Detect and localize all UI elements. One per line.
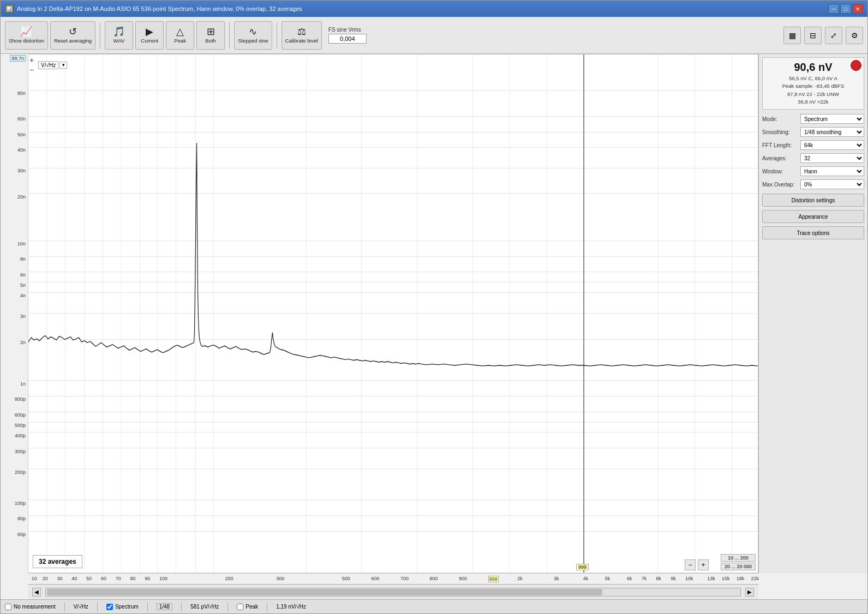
reset-averaging-btn[interactable]: ↺ Reset averaging: [50, 21, 95, 50]
y-label-30n: 30n: [17, 168, 26, 173]
y-label-3n: 3n: [20, 314, 26, 319]
x-label-7k: 7k: [642, 576, 647, 581]
separator-3: [277, 22, 277, 49]
mode-select[interactable]: Spectrum: [800, 114, 864, 124]
columns-btn[interactable]: ⊟: [804, 27, 822, 44]
zoom-in-x-btn[interactable]: +: [698, 559, 709, 570]
averages-select[interactable]: 32: [800, 153, 864, 163]
both-btn[interactable]: ⊞ Both: [196, 21, 225, 50]
chart-and-left: 89,7n 80n 60n 50n 40n 30n 20n 10n 8n 6n …: [1, 54, 867, 573]
status-div-6: [267, 603, 267, 611]
y-label-50n: 50n: [17, 132, 26, 137]
settings-btn[interactable]: ⚙: [846, 27, 863, 44]
x-label-999: 999: [488, 576, 499, 582]
no-measurement-item: No measurement: [5, 604, 56, 610]
x-label-20: 20: [43, 576, 48, 581]
separator-1: [100, 22, 100, 49]
y-label-1n: 1n: [20, 381, 26, 387]
peak-icon: △: [176, 27, 184, 37]
x-label-4k: 4k: [583, 576, 589, 581]
both-label: Both: [205, 38, 216, 44]
measurement-line4: 36,8 nV >22k: [766, 98, 860, 106]
measurement-line1: 56,5 nV C, 66,0 nV A: [766, 75, 860, 82]
x-label-300: 300: [276, 576, 284, 581]
distortion-settings-btn[interactable]: Distortion settings: [762, 194, 864, 207]
peak-btn[interactable]: △ Peak: [166, 21, 194, 50]
x-label-10: 10: [32, 576, 37, 581]
zoom-out-y-btn[interactable]: −: [29, 65, 34, 74]
minimize-btn[interactable]: ─: [828, 4, 839, 14]
show-distortion-icon: 📈: [20, 27, 32, 37]
record-btn[interactable]: [851, 60, 861, 71]
calibrate-level-btn[interactable]: ⚖ Calibrate level: [282, 21, 322, 50]
wav-label: WAV: [113, 38, 125, 44]
peak-checkbox[interactable]: [237, 604, 243, 610]
x-label-100: 100: [159, 576, 167, 581]
x-label-40: 40: [71, 576, 77, 581]
chart-zoom-controls: − +: [685, 559, 709, 570]
value-status: 581 pV/√Hz: [190, 604, 219, 610]
zoom-range-2-btn[interactable]: 20 ... 20 000: [721, 563, 756, 570]
measurement-box: 90,6 nV 56,5 nV C, 66,0 nV A Peak sample…: [762, 57, 864, 110]
x-label-600: 600: [371, 576, 379, 581]
y-label-10n: 10n: [17, 241, 26, 246]
max-overlap-row: Max Overlap: 0%: [762, 179, 864, 189]
status-div-3: [147, 603, 148, 611]
grid-view-btn[interactable]: ▦: [783, 27, 801, 44]
unit-dropdown-btn[interactable]: ▼: [59, 62, 67, 69]
right-panel: 90,6 nV 56,5 nV C, 66,0 nV A Peak sample…: [758, 54, 867, 573]
fs-sine-box: FS sine Vrms 0,004: [328, 27, 367, 44]
status-div-2: [97, 603, 98, 611]
measurement-details: 56,5 nV C, 66,0 nV A Peak sample: -83,45…: [766, 75, 860, 106]
peak-status-label: Peak: [246, 604, 258, 610]
zoom-range-1-btn[interactable]: 10 ... 200: [721, 554, 756, 562]
bottom-area: ◀ ▶: [28, 584, 758, 599]
chart-wrapper: 89,7n 80n 60n 50n 40n 30n 20n 10n 8n 6n …: [1, 54, 867, 599]
status-unit: V/√Hz: [74, 604, 88, 610]
fft-length-select[interactable]: 64k: [800, 140, 864, 150]
no-measurement-label: No measurement: [14, 604, 56, 610]
x-label-8k: 8k: [656, 576, 662, 581]
main-content: 89,7n 80n 60n 50n 40n 30n 20n 10n 8n 6n …: [1, 54, 867, 599]
window-select[interactable]: Hann: [800, 166, 864, 176]
y-label-300p: 300p: [15, 449, 26, 454]
status-div-5: [228, 603, 228, 611]
x-label-22k: 22k: [751, 576, 759, 581]
no-measurement-checkbox[interactable]: [5, 604, 11, 610]
toolbar-right: ▦ ⊟ ⤢ ⚙: [783, 27, 863, 44]
trace-options-btn[interactable]: Trace options: [762, 226, 864, 239]
show-distortion-btn[interactable]: 📈 Show distortion: [5, 21, 48, 50]
close-btn[interactable]: ✕: [852, 4, 863, 14]
max-overlap-select[interactable]: 0%: [800, 179, 864, 189]
calibrate-icon: ⚖: [297, 27, 306, 37]
scroll-left-btn[interactable]: ◀: [32, 588, 41, 597]
cursor-freq-marker: 999: [576, 564, 589, 570]
maximize-btn[interactable]: □: [840, 4, 851, 14]
chart-area[interactable]: + − V/√Hz ▼: [28, 54, 758, 573]
measurement-line3: 87,8 nV 22 - 22k UNW: [766, 91, 860, 98]
x-label-2k: 2k: [517, 576, 523, 581]
stepped-sine-icon: ∿: [249, 27, 257, 37]
wav-btn[interactable]: 🎵 WAV: [105, 21, 133, 50]
scroll-right-btn[interactable]: ▶: [745, 588, 754, 597]
horizontal-scrollbar[interactable]: [45, 588, 741, 597]
spectrum-label: Spectrum: [115, 604, 139, 610]
stepped-sine-btn[interactable]: ∿ Stepped sine: [234, 21, 272, 50]
zoom-in-y-btn[interactable]: +: [29, 56, 34, 64]
measurement-value: 90,6 nV: [766, 61, 860, 74]
y-axis: 89,7n 80n 60n 50n 40n 30n 20n 10n 8n 6n …: [1, 54, 28, 573]
spectrum-checkbox[interactable]: [106, 604, 113, 610]
show-distortion-label: Show distortion: [9, 38, 44, 44]
y-label-80n: 80n: [17, 91, 26, 96]
current-btn[interactable]: ▶ Current: [135, 21, 164, 50]
appearance-btn[interactable]: Appearance: [762, 210, 864, 223]
x-label-500: 500: [342, 576, 350, 581]
x-label-700: 700: [400, 576, 409, 581]
unit-display[interactable]: V/√Hz: [38, 61, 58, 69]
x-label-80: 80: [130, 576, 135, 581]
smoothing-select[interactable]: 1/48 smoothing: [800, 127, 864, 137]
zoom-out-x-btn[interactable]: −: [685, 559, 696, 570]
mode-label: Mode:: [762, 116, 800, 122]
fft-length-row: FFT Length: 64k: [762, 140, 864, 150]
move-btn[interactable]: ⤢: [825, 27, 842, 44]
